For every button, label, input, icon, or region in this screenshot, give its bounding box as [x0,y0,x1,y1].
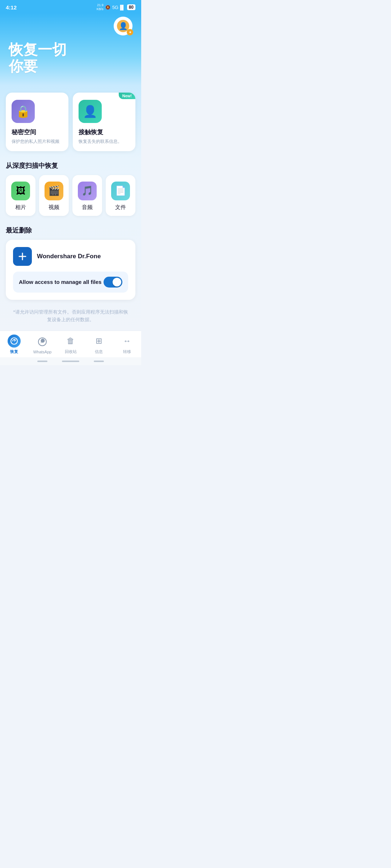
toggle-knob [113,278,121,286]
media-item-photo[interactable]: 🖼 相片 [6,175,35,216]
signal-icon: 5G▐▌ [112,5,125,10]
mute-icon: 🔕 [105,5,110,10]
card-secret-space-title: 秘密空间 [12,128,63,136]
media-grid: 🖼 相片 🎬 视频 🎵 音频 📄 文件 [6,175,135,216]
status-speed: 21.9KB/s [97,3,104,11]
nav-label-whatsapp: WhatsApp [33,350,52,354]
status-icons: 21.9KB/s 🔕 5G▐▌ 80 [97,3,135,11]
home-indicator [0,357,141,365]
card-contact-recovery-title: 接触恢复 [79,128,130,136]
recently-deleted-card: Wondershare Dr.Fone Allow access to mana… [6,240,135,300]
status-time: 4:12 [6,4,17,10]
media-label-audio: 音频 [82,204,93,211]
top-cards-row: 🔒 秘密空间 保护您的私人照片和视频 New! 👤 接触恢复 恢复丢失的联系信息… [6,93,135,151]
recently-deleted-title: 最近删除 [6,226,135,235]
nav-label-messages: 信息 [95,349,103,354]
whatsapp-icon [36,335,49,348]
contact-icon: 👤 [79,100,102,123]
lock-icon: 🔒 [12,100,35,123]
drfone-row: Wondershare Dr.Fone [13,247,128,266]
hero-section: 👤 ✦ 恢复一切 你要 [0,13,141,85]
home-dot-left [37,361,47,362]
card-secret-space[interactable]: 🔒 秘密空间 保护您的私人照片和视频 [6,93,68,151]
avatar-badge: ✦ [127,29,133,35]
nav-item-messages[interactable]: ⊞ 信息 [85,335,113,354]
new-badge: New! [119,93,135,99]
hero-title: 恢复一切 你要 [9,41,133,75]
home-dot-center [62,361,79,362]
drfone-icon [13,247,32,266]
media-label-video: 视频 [49,204,59,211]
nav-label-transfer: 转移 [123,349,131,354]
media-item-audio[interactable]: 🎵 音频 [72,175,102,216]
media-item-file[interactable]: 📄 文件 [106,175,135,216]
avatar-button[interactable]: 👤 ✦ [114,17,133,35]
messages-icon: ⊞ [92,335,105,348]
main-content: 🔒 秘密空间 保护您的私人照片和视频 New! 👤 接触恢复 恢复丢失的联系信息… [0,85,141,331]
photo-icon: 🖼 [11,182,30,200]
nav-label-recycle: 回收站 [65,349,77,354]
home-dot-right [94,361,104,362]
battery-icon: 80 [127,4,135,10]
audio-icon: 🎵 [78,182,97,200]
transfer-icon: ↔ [121,335,134,348]
card-secret-space-subtitle: 保护您的私人照片和视频 [12,139,63,145]
warning-text: *请允许访问管理所有文件。否则应用程序无法扫描和恢复设备上的任何数据。 [6,306,135,331]
media-item-video[interactable]: 🎬 视频 [39,175,69,216]
card-contact-recovery[interactable]: New! 👤 接触恢复 恢复丢失的联系信息。 [73,93,135,151]
recycle-icon: 🗑 [64,335,77,348]
recover-icon [8,335,21,348]
nav-item-recycle[interactable]: 🗑 回收站 [56,335,85,354]
media-label-photo: 相片 [15,204,26,211]
hero-top: 👤 ✦ [9,17,133,35]
status-bar: 4:12 21.9KB/s 🔕 5G▐▌ 80 [0,0,141,13]
toggle-label: Allow access to manage all files [19,279,101,285]
nav-item-transfer[interactable]: ↔ 转移 [113,335,141,354]
nav-label-recover: 恢复 [10,349,18,354]
nav-item-whatsapp[interactable]: WhatsApp [28,335,56,354]
media-label-file: 文件 [115,204,126,211]
video-icon: 🎬 [45,182,63,200]
drfone-name: Wondershare Dr.Fone [37,253,101,260]
toggle-switch[interactable] [104,277,122,288]
card-contact-recovery-subtitle: 恢复丢失的联系信息。 [79,139,130,145]
file-icon: 📄 [111,182,130,200]
deep-scan-title: 从深度扫描中恢复 [6,161,135,170]
bottom-nav: 恢复 WhatsApp 🗑 回收站 ⊞ 信息 ↔ 转移 [0,331,141,357]
toggle-row: Allow access to manage all files [13,272,128,293]
nav-item-recover[interactable]: 恢复 [0,335,28,354]
